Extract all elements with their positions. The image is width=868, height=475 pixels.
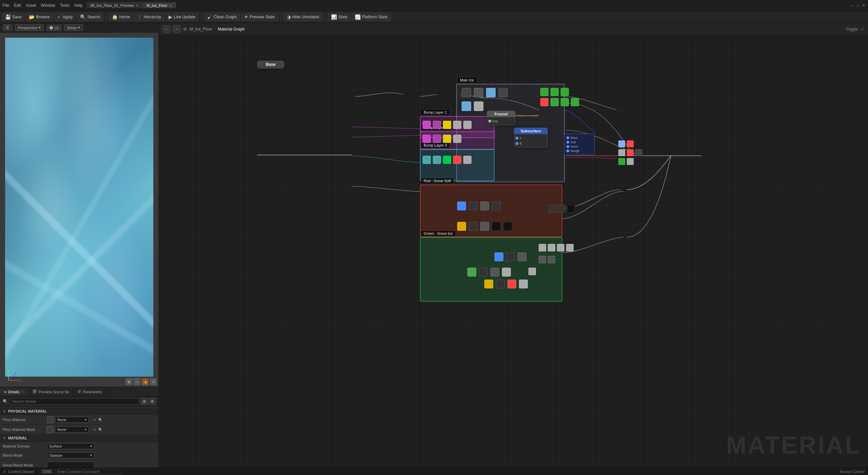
mini-node-4[interactable] [498,88,508,97]
menu-tools[interactable]: Tools [60,3,70,8]
apply-button[interactable]: ✓ Apply [54,13,76,21]
console-input[interactable] [55,469,123,474]
subsurface-node[interactable]: Subsurface A B [514,128,548,148]
green-snow-node-6[interactable] [496,280,505,288]
green-snow-green[interactable] [467,268,476,277]
bump2-node-1[interactable] [423,135,431,143]
tab-preview-close[interactable]: ✕ [136,4,138,7]
green-snow-yellow[interactable] [484,280,493,288]
rsr-1[interactable] [549,205,556,212]
bump3-node-2[interactable] [433,156,441,164]
graph-canvas[interactable]: Base Main Ice Bump Layer 1 Bump Layer 2 … [159,35,868,468]
fresnel-node[interactable]: Fresnel Exp [487,111,516,125]
green-snow-red[interactable] [507,280,516,288]
show-button[interactable]: Show ▾ [64,24,83,31]
phys-mask-reset-icon[interactable]: ↺ [92,427,97,432]
red-snow-black2[interactable] [503,222,512,231]
fr-dark-1[interactable] [635,149,642,156]
output-node-area[interactable]: Base Sub Norm Rough [564,134,595,155]
bump1-node-2[interactable] [433,121,441,129]
red-snow-yellow[interactable] [457,222,466,231]
breadcrumb-root[interactable]: M_Ice_Floor [190,27,212,32]
physical-material-section[interactable]: ▼ PHYSICAL MATERIAL [0,408,158,415]
gsr3-1[interactable] [528,268,536,275]
forward-arrow[interactable]: → [173,25,180,33]
bump3-node-1[interactable] [423,156,431,164]
grid-view-icon[interactable]: ⊞ [141,398,148,405]
settings-icon[interactable]: ⚙ [149,398,156,405]
material-domain-dropdown[interactable]: Surface ▾ [47,443,94,449]
lit-button[interactable]: Lit [46,25,61,31]
toggle-label[interactable]: Toggle [846,27,858,32]
bump3-node-4[interactable] [453,156,461,164]
window-close[interactable]: ✕ [862,3,865,8]
fr-node-1[interactable] [618,140,625,147]
mini-node-1[interactable] [462,88,471,97]
red-snow-node-3[interactable] [480,202,489,210]
fr-white-1[interactable] [618,149,625,156]
perspective-button[interactable]: Perspective ▾ [15,24,44,31]
gsr-4[interactable] [566,244,574,251]
rt-red1[interactable] [540,98,548,106]
gsr2-1[interactable] [539,256,546,263]
green-snow-node-5[interactable] [490,268,499,277]
bump1-node-4[interactable] [453,121,461,129]
find-icon[interactable]: 🔍 [98,417,103,422]
details-tab-close[interactable]: ✕ [21,390,24,394]
preview-state-button[interactable]: 👁 Preview State [241,13,278,21]
bump-layer3-comment[interactable]: Bump Layer 3 [420,149,495,181]
menu-asset[interactable]: Asset [26,3,36,8]
blend-mode-dropdown[interactable]: Opaque ▾ [47,452,94,458]
mini-node-2[interactable] [474,88,483,97]
red-snow-node-6[interactable] [480,222,489,231]
red-snow-node-4[interactable] [492,202,501,210]
bump1-node-5[interactable] [463,121,471,129]
save-button[interactable]: 💾 Save [2,13,24,21]
green-snow-white[interactable] [502,268,511,277]
phys-mask-find-icon[interactable]: 🔍 [98,427,103,432]
base-node[interactable]: Base [257,61,284,69]
home-button[interactable]: 🏠 Home [109,13,133,21]
browse-button[interactable]: 📂 Browse [26,13,53,21]
gsr-2[interactable] [548,244,555,251]
menu-file[interactable]: File [3,3,9,8]
clean-graph-button[interactable]: 🧹 Clean Graph [204,13,240,21]
menu-help[interactable]: Help [74,3,83,8]
hide-unrelated-button[interactable]: ◑ Hide Unrelated [284,13,322,21]
green-snow-node-2[interactable] [506,252,515,261]
menu-edit[interactable]: Edit [14,3,21,8]
window-maximize[interactable]: □ [857,3,859,8]
bump2-node-4[interactable] [453,135,461,143]
green-snow-node-4[interactable] [479,268,488,277]
tab-preview[interactable]: MI_Ice_Floor_01_Preview ✕ [86,2,142,8]
bump2-node-2[interactable] [433,135,441,143]
search-button[interactable]: 🔍 Search [77,13,103,21]
expand-icon[interactable]: ⤢ [861,27,864,32]
bump2-node-3[interactable] [443,135,451,143]
gsr-3[interactable] [557,244,564,251]
green-snow-node-3[interactable] [518,252,526,261]
rsr-2[interactable] [558,205,565,212]
red-snow-black[interactable] [492,222,501,231]
rt-green4[interactable] [551,98,559,106]
viewport-ctrl-1[interactable]: ⊞ [126,378,132,385]
hamburger-menu[interactable]: ☰ [3,24,12,31]
fr-red-2[interactable] [627,149,634,156]
tab-parameters[interactable]: ⚙ Parameters [74,388,107,395]
gsr-1[interactable] [539,244,546,251]
hierarchy-button[interactable]: ⋮ Hierarchy [134,13,164,21]
red-snow-node-5[interactable] [469,222,478,231]
bump3-node-5[interactable] [463,156,471,164]
tab-main[interactable]: M_Ice_Floor ✕ [143,2,176,8]
tab-details[interactable]: ≡ Details ✕ [0,388,28,395]
rt-green1[interactable] [540,88,548,96]
reset-icon[interactable]: ↺ [92,417,97,422]
search-details-input[interactable] [10,398,139,405]
viewport-ctrl-2[interactable]: ○ [134,378,140,385]
rt-green6[interactable] [571,98,579,106]
viewport-ctrl-4[interactable]: ⊙ [150,378,157,385]
red-snow-node-blue[interactable] [457,202,466,210]
stats-button[interactable]: 📊 Stats [328,13,350,21]
bump1-node-3[interactable] [443,121,451,129]
phys-material-dropdown[interactable]: None ▾ [55,417,89,423]
